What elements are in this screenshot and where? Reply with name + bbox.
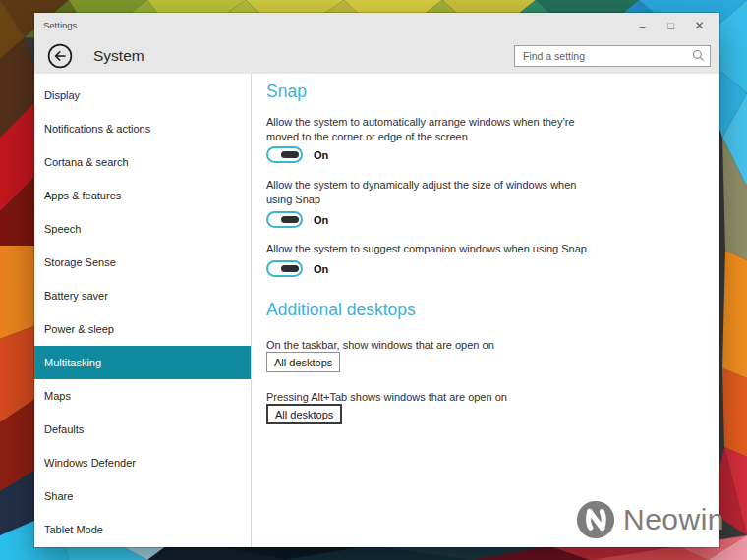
toggle-switch-icon[interactable] xyxy=(266,211,303,228)
toggle-state-label: On xyxy=(314,263,328,275)
sidebar-item-apps-features[interactable]: Apps & features xyxy=(34,179,251,212)
sidebar-list: DisplayNotifications & actionsCortana & … xyxy=(34,74,251,547)
setting-text-taskbar: On the taskbar, show windows that are op… xyxy=(266,338,669,353)
settings-content: Snap Allow the system to automatically a… xyxy=(252,74,719,547)
toggle-knob xyxy=(281,265,299,272)
toggle-row-resize[interactable]: On xyxy=(266,211,328,228)
toggle-switch-icon[interactable] xyxy=(266,146,303,163)
section-heading-additional-desktops: Additional desktops xyxy=(266,300,416,320)
back-button[interactable] xyxy=(47,43,73,69)
search-box xyxy=(514,45,711,67)
sidebar-item-battery-saver[interactable]: Battery saver xyxy=(34,279,251,312)
sidebar-item-multitasking[interactable]: Multitasking xyxy=(34,346,251,379)
maximize-button[interactable]: □ xyxy=(657,13,685,37)
sidebar-item-notifications-actions[interactable]: Notifications & actions xyxy=(34,112,251,145)
sidebar-item-defaults[interactable]: Defaults xyxy=(34,413,251,446)
sidebar-item-storage-sense[interactable]: Storage Sense xyxy=(34,246,251,279)
setting-text-arrange: Allow the system to automatically arrang… xyxy=(266,115,669,144)
search-input[interactable] xyxy=(514,45,711,67)
sidebar-item-cortana-search[interactable]: Cortana & search xyxy=(34,145,251,179)
sidebar-item-speech[interactable]: Speech xyxy=(34,212,251,246)
sidebar-item-windows-defender[interactable]: Windows Defender xyxy=(34,446,251,479)
sidebar-item-display[interactable]: Display xyxy=(34,79,251,112)
window-title: Settings xyxy=(34,20,628,30)
titlebar: Settings – □ ✕ xyxy=(34,13,719,37)
sidebar-item-tablet-mode[interactable]: Tablet Mode xyxy=(34,513,251,546)
toggle-knob xyxy=(281,151,299,158)
settings-window: Settings – □ ✕ System xyxy=(34,13,719,547)
minimize-button[interactable]: – xyxy=(628,13,657,37)
sidebar-item-power-sleep[interactable]: Power & sleep xyxy=(34,312,251,346)
toggle-row-companion[interactable]: On xyxy=(266,260,328,277)
setting-text-resize: Allow the system to dynamically adjust t… xyxy=(266,178,669,207)
section-heading-snap: Snap xyxy=(266,82,307,102)
toggle-row-arrange[interactable]: On xyxy=(266,146,328,163)
alttab-desktops-dropdown[interactable]: All desktops xyxy=(266,404,342,424)
page-header: System xyxy=(34,37,719,74)
close-button[interactable]: ✕ xyxy=(685,13,714,37)
toggle-state-label: On xyxy=(314,214,328,226)
setting-text-companion: Allow the system to suggest companion wi… xyxy=(266,242,669,256)
sidebar-item-maps[interactable]: Maps xyxy=(34,379,251,413)
desktop: Settings – □ ✕ System xyxy=(0,0,747,560)
toggle-state-label: On xyxy=(314,149,328,161)
sidebar-item-share[interactable]: Share xyxy=(34,479,251,513)
setting-text-alttab: Pressing Alt+Tab shows windows that are … xyxy=(266,390,669,405)
search-icon xyxy=(692,49,705,62)
toggle-knob xyxy=(281,216,299,223)
page-title: System xyxy=(93,47,514,65)
taskbar-desktops-dropdown[interactable]: All desktops xyxy=(266,352,340,372)
toggle-switch-icon[interactable] xyxy=(266,260,303,277)
